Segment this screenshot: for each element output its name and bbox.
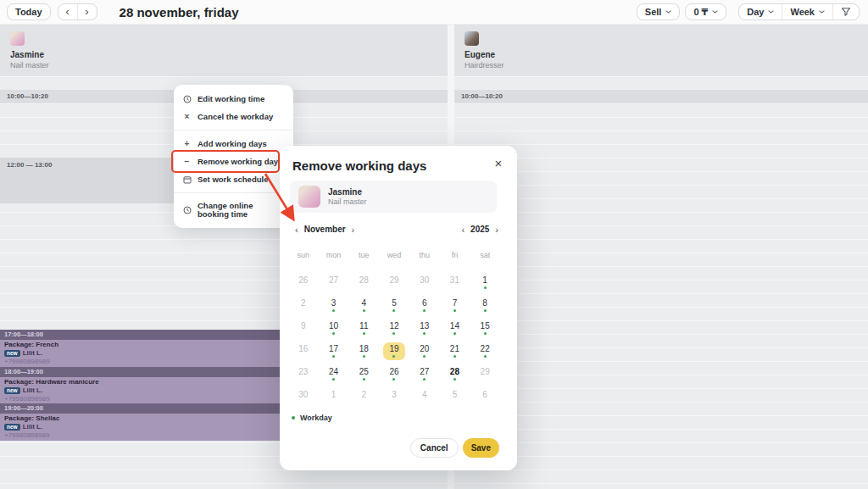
menu-item-change-online-booking-time[interactable]: Change online booking time — [174, 197, 293, 223]
weekday-label: thu — [409, 251, 440, 259]
sell-dropdown[interactable]: Sell — [637, 3, 681, 20]
close-icon[interactable]: × — [492, 156, 505, 169]
menu-item-cancel-workday[interactable]: × Cancel the workday — [174, 108, 293, 125]
appointment-client: Lilit L. — [23, 386, 43, 395]
workday-context-menu: Edit working time × Cancel the workday +… — [174, 85, 293, 228]
calendar-day[interactable]: 4 — [348, 294, 379, 317]
calendar-day[interactable]: 11 — [348, 317, 379, 340]
week-view-dropdown[interactable]: Week — [782, 4, 832, 19]
staff-role: Nail master — [10, 61, 49, 69]
view-switcher: Day Week — [738, 3, 860, 20]
calendar-day[interactable]: 7 — [440, 294, 470, 317]
calendar-day[interactable]: 12 — [379, 317, 409, 340]
weekday-label: tue — [348, 251, 379, 259]
calendar-day[interactable]: 28 — [440, 363, 470, 386]
menu-item-edit-working-time[interactable]: Edit working time — [174, 90, 293, 108]
next-month-icon[interactable]: › — [352, 225, 355, 234]
minus-icon: − — [182, 158, 192, 166]
x-icon: × — [182, 113, 192, 121]
next-year-icon[interactable]: › — [495, 225, 498, 234]
calendar-day[interactable]: 31 — [440, 271, 470, 294]
calendar-day[interactable]: 25 — [348, 363, 379, 386]
next-day-button[interactable]: › — [78, 4, 97, 19]
calendar-day[interactable]: 30 — [288, 386, 319, 408]
calendar-day[interactable]: 23 — [288, 363, 319, 386]
calendar-day[interactable]: 20 — [409, 340, 440, 363]
calendar-day[interactable]: 5 — [440, 386, 470, 408]
calendar-day[interactable]: 10 — [319, 317, 349, 340]
calendar-day[interactable]: 3 — [319, 294, 349, 317]
calendar-day[interactable]: 24 — [319, 363, 349, 386]
menu-item-label: Cancel the workday — [198, 113, 273, 121]
today-button[interactable]: Today — [7, 3, 51, 20]
calendar-day[interactable]: 18 — [348, 340, 379, 363]
day-view-dropdown[interactable]: Day — [739, 4, 782, 19]
staff-header-row: Jasmine Nail master Eugene Hairdresser — [0, 24, 868, 78]
menu-item-add-working-days[interactable]: + Add working days — [174, 135, 293, 153]
calendar-day[interactable]: 9 — [288, 317, 319, 340]
calendar-day[interactable]: 27 — [409, 363, 440, 386]
calendar-day[interactable]: 1 — [319, 386, 349, 408]
chevron-down-icon — [712, 10, 718, 14]
calendar-day[interactable]: 1 — [470, 271, 500, 294]
calendar-nav: ‹ November › ‹ 2025 › — [295, 225, 498, 234]
calendar-day[interactable]: 13 — [409, 317, 440, 340]
calendar-day[interactable]: 8 — [470, 294, 500, 317]
save-button[interactable]: Save — [463, 438, 499, 458]
calendar-day[interactable]: 14 — [440, 317, 470, 340]
remove-working-days-modal: Remove working days × Jasmine Nail maste… — [280, 146, 517, 470]
weekday-header: sun mon tue wed thu fri sat — [288, 251, 500, 259]
calendar-day[interactable]: 16 — [288, 340, 319, 363]
topbar-actions: Sell 0 ₸ Day Week — [637, 3, 860, 20]
calendar-day[interactable]: 27 — [319, 271, 349, 294]
calendar-grid: 2627282930311234567891011121314151617181… — [288, 271, 500, 408]
calendar-day[interactable]: 26 — [379, 363, 409, 386]
prev-day-button[interactable]: ‹ — [58, 4, 78, 19]
cancel-button[interactable]: Cancel — [410, 438, 459, 458]
menu-item-remove-working-days[interactable]: − Remove working days — [174, 153, 293, 170]
prev-month-icon[interactable]: ‹ — [295, 225, 298, 234]
staff-name: Eugene — [465, 50, 495, 59]
staff-column-header[interactable]: Eugene Hairdresser — [454, 24, 868, 76]
modal-title: Remove working days — [292, 158, 426, 173]
calendar-day[interactable]: 29 — [379, 271, 409, 294]
calendar-day[interactable]: 28 — [348, 271, 379, 294]
calendar-day[interactable]: 26 — [288, 271, 319, 294]
year-label: 2025 — [470, 225, 489, 234]
calendar-day[interactable]: 19 — [379, 340, 409, 363]
calendar-day[interactable]: 3 — [379, 386, 409, 408]
workday-legend: Workday — [292, 414, 332, 422]
calendar-day[interactable]: 17 — [319, 340, 349, 363]
amount-dropdown[interactable]: 0 ₸ — [685, 3, 726, 20]
staff-name: Jasmine — [10, 50, 44, 59]
calendar-day[interactable]: 5 — [379, 294, 409, 317]
calendar-day[interactable]: 2 — [288, 294, 319, 317]
staff-role: Nail master — [328, 197, 367, 207]
calendar-day[interactable]: 6 — [409, 294, 440, 317]
calendar-day[interactable]: 4 — [409, 386, 440, 408]
day-view-label: Day — [747, 7, 764, 17]
chevron-down-icon — [819, 10, 825, 14]
calendar-day[interactable]: 2 — [348, 386, 379, 408]
weekday-label: mon — [319, 251, 349, 259]
date-nav-arrows: ‹ › — [58, 3, 97, 20]
calendar-day[interactable]: 6 — [470, 386, 500, 408]
weekday-label: sun — [288, 251, 319, 259]
calendar-day[interactable]: 15 — [470, 317, 500, 340]
prev-year-icon[interactable]: ‹ — [461, 225, 465, 234]
filter-button[interactable] — [832, 4, 859, 19]
calendar-day[interactable]: 21 — [440, 340, 470, 363]
page-title: 28 november, friday — [120, 5, 239, 19]
calendar-day[interactable]: 30 — [409, 271, 440, 294]
staff-column-header[interactable]: Jasmine Nail master — [0, 24, 448, 76]
menu-divider — [174, 130, 293, 131]
avatar — [10, 31, 25, 46]
legend-label: Workday — [300, 414, 332, 422]
avatar — [298, 186, 320, 208]
chevron-down-icon — [665, 10, 671, 14]
appointment-client: Lilit L. — [23, 349, 43, 358]
menu-item-set-work-schedule[interactable]: Set work schedule — [174, 170, 293, 188]
time-band: 10:00—10:20 — [454, 90, 868, 103]
calendar-day[interactable]: 22 — [470, 340, 500, 363]
calendar-day[interactable]: 29 — [470, 363, 500, 386]
